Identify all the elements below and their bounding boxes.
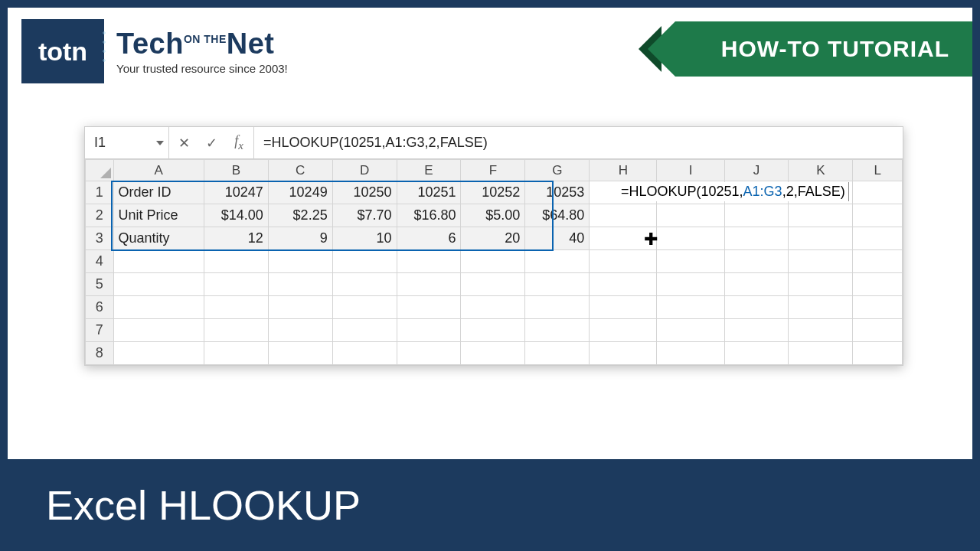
cell[interactable] <box>332 319 397 342</box>
cell[interactable] <box>332 342 397 365</box>
cell[interactable] <box>268 250 332 273</box>
cell[interactable] <box>724 273 789 296</box>
cell[interactable]: 10249 <box>268 181 332 204</box>
row-header[interactable]: 7 <box>86 319 114 342</box>
table-row[interactable]: 5 <box>86 273 903 296</box>
cell[interactable] <box>590 250 657 273</box>
cell[interactable]: $5.00 <box>461 204 525 227</box>
cell[interactable] <box>657 319 724 342</box>
cell[interactable]: $64.80 <box>525 204 590 227</box>
cell[interactable] <box>204 273 268 296</box>
cell[interactable] <box>332 250 397 273</box>
cell[interactable]: 10253 <box>525 181 590 204</box>
cell[interactable] <box>397 250 461 273</box>
cell[interactable]: 40 <box>525 227 590 250</box>
cell[interactable] <box>113 342 204 365</box>
table-row[interactable]: 8 <box>86 342 903 365</box>
cell[interactable] <box>332 296 397 319</box>
cell[interactable] <box>461 250 525 273</box>
cell[interactable]: Unit Price <box>113 204 204 227</box>
cell[interactable] <box>525 273 590 296</box>
cell[interactable] <box>789 342 853 365</box>
col-header[interactable]: L <box>853 160 903 181</box>
table-row[interactable]: 2 Unit Price $14.00 $2.25 $7.70 $16.80 $… <box>86 204 903 227</box>
cell[interactable] <box>590 273 657 296</box>
cell[interactable] <box>853 342 903 365</box>
cell[interactable] <box>590 342 657 365</box>
cell[interactable] <box>657 273 724 296</box>
cell[interactable]: 6 <box>397 227 461 250</box>
table-row[interactable]: 3 Quantity 12 9 10 6 20 40 <box>86 227 903 250</box>
cell[interactable] <box>204 319 268 342</box>
cell[interactable] <box>724 204 789 227</box>
cell[interactable] <box>525 342 590 365</box>
cell[interactable] <box>113 319 204 342</box>
cell[interactable] <box>461 296 525 319</box>
cancel-icon[interactable]: ✕ <box>175 135 192 152</box>
cell[interactable] <box>268 273 332 296</box>
row-header[interactable]: 2 <box>86 204 114 227</box>
cell[interactable]: 10252 <box>461 181 525 204</box>
cell[interactable] <box>657 250 724 273</box>
cell[interactable] <box>332 273 397 296</box>
cell[interactable] <box>789 204 853 227</box>
cell[interactable] <box>525 250 590 273</box>
cell[interactable]: 12 <box>204 227 268 250</box>
cell[interactable]: $16.80 <box>397 204 461 227</box>
cell[interactable] <box>590 227 657 250</box>
cell[interactable] <box>853 250 903 273</box>
cell[interactable] <box>657 296 724 319</box>
cell[interactable] <box>724 319 789 342</box>
cell[interactable]: 10250 <box>332 181 397 204</box>
cell[interactable] <box>397 273 461 296</box>
cell[interactable]: 9 <box>268 227 332 250</box>
row-header[interactable]: 5 <box>86 273 114 296</box>
cell[interactable] <box>657 342 724 365</box>
cell[interactable] <box>789 319 853 342</box>
cell[interactable] <box>525 319 590 342</box>
cell[interactable] <box>789 227 853 250</box>
cell[interactable] <box>204 342 268 365</box>
cell[interactable] <box>113 296 204 319</box>
cell[interactable] <box>853 181 903 204</box>
cell[interactable] <box>789 250 853 273</box>
col-header[interactable]: J <box>724 160 789 181</box>
col-header[interactable]: I <box>657 160 724 181</box>
cell[interactable] <box>525 296 590 319</box>
cell[interactable]: 10 <box>332 227 397 250</box>
cell[interactable]: $2.25 <box>268 204 332 227</box>
cell[interactable] <box>853 296 903 319</box>
cell[interactable]: 10251 <box>397 181 461 204</box>
col-header[interactable]: H <box>590 160 657 181</box>
cell[interactable] <box>113 273 204 296</box>
cell[interactable] <box>461 319 525 342</box>
chevron-down-icon[interactable] <box>156 141 164 145</box>
cell[interactable] <box>724 296 789 319</box>
cell[interactable] <box>461 342 525 365</box>
cell[interactable]: Quantity <box>113 227 204 250</box>
fx-icon[interactable]: fx <box>230 133 247 152</box>
cell[interactable] <box>853 319 903 342</box>
cell[interactable] <box>204 250 268 273</box>
cell[interactable] <box>724 250 789 273</box>
col-header[interactable]: D <box>332 160 397 181</box>
cell[interactable] <box>461 273 525 296</box>
col-header[interactable]: G <box>525 160 590 181</box>
row-header[interactable]: 1 <box>86 181 114 204</box>
table-row[interactable]: 6 <box>86 296 903 319</box>
cell[interactable] <box>268 342 332 365</box>
name-box[interactable]: I1 <box>85 127 169 158</box>
cell[interactable] <box>397 342 461 365</box>
col-header[interactable]: E <box>397 160 461 181</box>
cell[interactable] <box>724 227 789 250</box>
cell[interactable] <box>789 273 853 296</box>
row-header[interactable]: 6 <box>86 296 114 319</box>
col-header[interactable]: K <box>789 160 853 181</box>
cell[interactable] <box>590 204 657 227</box>
cell[interactable] <box>853 227 903 250</box>
cell[interactable] <box>397 296 461 319</box>
cell[interactable] <box>113 250 204 273</box>
row-header[interactable]: 8 <box>86 342 114 365</box>
table-row[interactable]: 4 <box>86 250 903 273</box>
cell[interactable] <box>204 296 268 319</box>
